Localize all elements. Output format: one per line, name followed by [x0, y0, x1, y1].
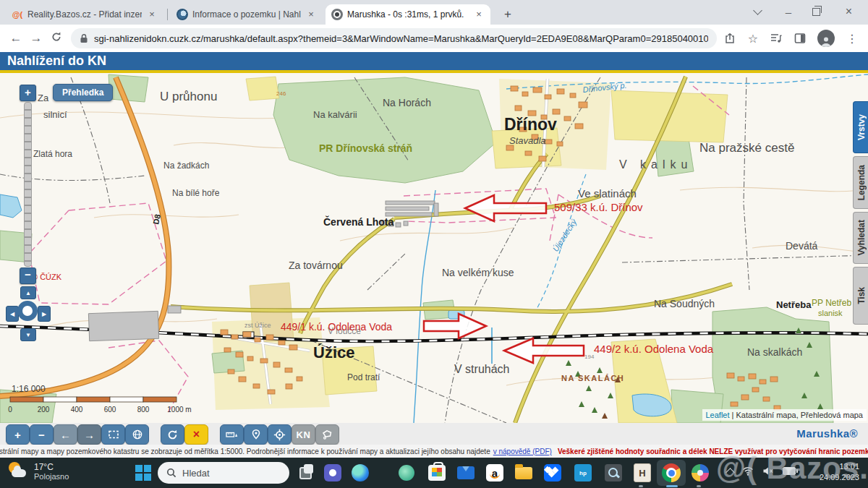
scale-ratio: 1:16 000: [12, 384, 46, 394]
battery-icon[interactable]: [783, 467, 796, 475]
myhp-button[interactable]: hp: [573, 463, 593, 483]
map-canvas[interactable]: Za silnicí U průhonu Na Horách Na kalvár…: [0, 73, 868, 423]
taskbar-search[interactable]: Hledat: [158, 462, 289, 484]
clock-time: 13:01: [820, 461, 859, 472]
running-indicator: [697, 485, 701, 487]
amazon-button[interactable]: a: [485, 463, 505, 483]
tray-expand-icon[interactable]: [726, 468, 735, 477]
start-button[interactable]: [133, 463, 153, 483]
help-pdf-link[interactable]: v nápovědě (PDF): [493, 448, 552, 455]
toolbar-measure-button[interactable]: [220, 424, 244, 445]
browser-menu-icon[interactable]: ⋮: [846, 32, 858, 46]
map-zoom-out-button[interactable]: −: [20, 267, 36, 284]
map-label: 194: [584, 354, 595, 360]
marushka-brand: Marushka®: [796, 427, 858, 440]
forward-button[interactable]: →: [26, 31, 46, 46]
phone-link-button[interactable]: [396, 463, 417, 483]
magnifier-app-button[interactable]: [603, 463, 624, 483]
bookmark-star-icon[interactable]: ☆: [748, 32, 758, 46]
browser-tab-strip: @( Reality.Bazos.cz - Přidat inzerát | ×…: [0, 0, 868, 25]
toolbar-back-button[interactable]: ←: [54, 424, 77, 445]
restore-button[interactable]: [812, 0, 820, 23]
side-panel-icon[interactable]: [794, 33, 806, 44]
paint-app-button[interactable]: [690, 463, 710, 483]
profile-avatar[interactable]: [817, 30, 835, 47]
reload-button[interactable]: [46, 31, 67, 46]
windows-taskbar: 17°C Polojasno Hledat a hp H: [0, 458, 868, 488]
toolbar-gps-button[interactable]: [244, 424, 268, 445]
map-pan-control: ▲ ◀ ▶ ▼: [4, 286, 51, 341]
pan-up-icon[interactable]: ▲: [20, 286, 36, 299]
pan-center-icon[interactable]: [17, 301, 38, 321]
wifi-icon[interactable]: [742, 466, 754, 476]
folder-icon: [515, 467, 532, 479]
tab-search-chevron-icon[interactable]: [754, 0, 761, 23]
url-field[interactable]: sgi-nahlizenidokn.cuzk.cz/marushka/defau…: [71, 28, 717, 48]
volume-muted-icon[interactable]: [762, 466, 774, 476]
tab-close-icon[interactable]: ×: [473, 9, 485, 20]
mail-button[interactable]: [456, 463, 476, 483]
dropbox-button[interactable]: [542, 463, 563, 483]
edge-button[interactable]: [350, 463, 370, 483]
share-icon[interactable]: [724, 33, 736, 44]
back-button[interactable]: ←: [6, 31, 26, 46]
tab-marushka-active[interactable]: Marushka - 0s :31ms, 1 prvků. ×: [326, 4, 490, 25]
toolbar-cancel-button[interactable]: ×: [184, 424, 208, 445]
close-window-button[interactable]: ×: [846, 0, 852, 23]
toolbar-kn-button[interactable]: KN: [292, 424, 315, 445]
toolbar-lasso-button[interactable]: [315, 424, 339, 445]
toolbar-refresh-button[interactable]: [161, 424, 184, 445]
paint-app-icon: [692, 464, 709, 481]
tab-bazos[interactable]: @( Reality.Bazos.cz - Přidat inzerát | ×: [6, 4, 163, 25]
h-app-button[interactable]: H: [632, 463, 652, 483]
refresh-icon: [166, 429, 179, 441]
toolbar-select-rect-button[interactable]: [101, 424, 125, 445]
tab-tisk[interactable]: Tisk: [853, 267, 868, 325]
taskbar-clock[interactable]: 13:01 24.09.2023: [820, 461, 859, 483]
toolbar-globe-button[interactable]: [125, 424, 149, 445]
minimize-button[interactable]: –: [786, 0, 791, 23]
map-zoom-slider[interactable]: [24, 102, 32, 267]
toolbar-zoom-in-button[interactable]: +: [6, 424, 30, 445]
scale-tick: 600: [104, 406, 116, 414]
map-label: Na velkém kuse: [442, 267, 514, 278]
tab-vyhledat[interactable]: Vyhledat: [853, 212, 868, 264]
tab-close-icon[interactable]: ×: [146, 9, 158, 20]
store-button[interactable]: [427, 463, 447, 483]
overview-button[interactable]: Přehledka: [53, 84, 113, 101]
scale-tick: 200: [38, 406, 50, 414]
clock-date: 24.09.2023: [820, 472, 859, 483]
tab-vrstvy[interactable]: Vrstvy: [853, 101, 868, 153]
tab-legenda[interactable]: Legenda: [853, 156, 868, 209]
chrome-button[interactable]: [661, 463, 681, 483]
tab-title: Marushka - 0s :31ms, 1 prvků.: [347, 9, 469, 20]
phone-link-icon: [399, 465, 414, 481]
mail-icon: [457, 466, 475, 479]
tab-close-icon[interactable]: ×: [305, 9, 317, 20]
chat-button[interactable]: [323, 463, 343, 483]
pan-down-icon[interactable]: ▼: [20, 328, 36, 341]
leaflet-link[interactable]: Leaflet: [706, 411, 730, 419]
map-label: Na Soudných: [654, 298, 715, 309]
tab-info-pozemek[interactable]: Informace o pozemku | Nahlížen ×: [171, 4, 323, 25]
search-icon: [166, 468, 176, 478]
windows-logo-icon: [135, 465, 151, 481]
map-svg: Za silnicí U průhonu Na Horách Na kalvár…: [0, 73, 868, 423]
media-controls-icon[interactable]: [770, 33, 783, 44]
file-explorer-button[interactable]: [514, 463, 534, 483]
magnifier-app-icon: [605, 464, 622, 481]
new-tab-button[interactable]: +: [499, 6, 516, 23]
pan-right-icon[interactable]: ▶: [38, 306, 51, 322]
map-zoom-in-button[interactable]: +: [20, 85, 36, 101]
system-tray: [727, 466, 796, 476]
map-label: Na žadkách: [163, 160, 209, 171]
toolbar-forward-button[interactable]: →: [77, 424, 101, 445]
task-view-button[interactable]: [295, 463, 315, 483]
gps-pin-icon: [250, 429, 262, 440]
map-label: Devátá: [786, 240, 818, 252]
taskbar-weather-widget[interactable]: 17°C Polojasno: [7, 461, 69, 482]
target-icon: [273, 429, 286, 441]
running-indicator-active: [666, 485, 678, 487]
toolbar-zoom-out-button[interactable]: −: [30, 424, 54, 445]
toolbar-locate-button[interactable]: [268, 424, 292, 445]
